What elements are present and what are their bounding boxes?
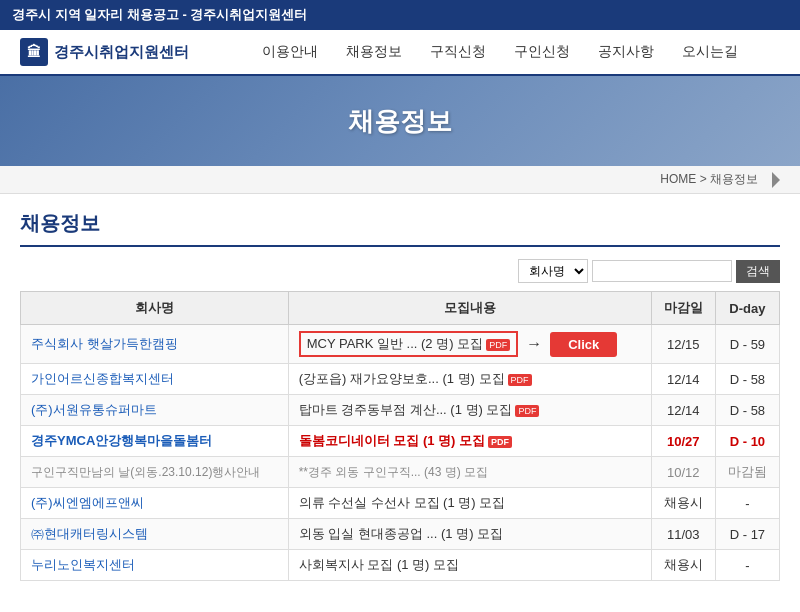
- logo-text: 경주시취업지원센터: [54, 43, 189, 62]
- content-cell: MCY PARK 일반 ... (2 명) 모집PDF→Click: [288, 325, 651, 364]
- table-row: 누리노인복지센터사회복지사 모집 (1 명) 모집채용시-: [21, 550, 780, 581]
- breadcrumb-text: HOME > 채용정보: [660, 171, 758, 188]
- dday-cell: -: [715, 488, 779, 519]
- dday-cell: D - 10: [715, 426, 779, 457]
- deadline-cell: 10/27: [651, 426, 715, 457]
- content-cell: 의류 수선실 수선사 모집 (1 명) 모집: [288, 488, 651, 519]
- hero-title: 채용정보: [348, 104, 452, 139]
- dday-cell: -: [715, 550, 779, 581]
- content-cell: 외동 입실 현대종공업 ... (1 명) 모집: [288, 519, 651, 550]
- table-row: (주)씨엔엠에프앤씨의류 수선실 수선사 모집 (1 명) 모집채용시-: [21, 488, 780, 519]
- deadline-cell: 채용시: [651, 488, 715, 519]
- nav-links: 이용안내 채용정보 구직신청 구인신청 공지사항 오시는길: [219, 43, 780, 61]
- deadline-cell: 11/03: [651, 519, 715, 550]
- dday-cell: D - 17: [715, 519, 779, 550]
- mcy-content-box: MCY PARK 일반 ... (2 명) 모집PDF: [299, 331, 518, 357]
- company-cell[interactable]: 구인구직만남의 날(외동.23.10.12)행사안내: [21, 457, 289, 488]
- breadcrumb-bar: HOME > 채용정보: [0, 166, 800, 194]
- col-deadline: 마감일: [651, 292, 715, 325]
- table-row: 구인구직만남의 날(외동.23.10.12)행사안내**경주 외동 구인구직..…: [21, 457, 780, 488]
- arrow-right-icon: →: [526, 335, 542, 353]
- dday-cell: D - 58: [715, 364, 779, 395]
- dday-cell: 마감됨: [715, 457, 779, 488]
- nav-link-apply[interactable]: 구직신청: [430, 43, 486, 61]
- content-cell: 탑마트 경주동부점 계산... (1 명) 모집PDF: [288, 395, 651, 426]
- nav-link-jobs[interactable]: 채용정보: [346, 43, 402, 61]
- content-cell: (강포읍) 재가요양보호... (1 명) 모집PDF: [288, 364, 651, 395]
- col-company: 회사명: [21, 292, 289, 325]
- table-row: ㈜현대캐터링시스템외동 입실 현대종공업 ... (1 명) 모집11/03D …: [21, 519, 780, 550]
- deadline-cell: 12/15: [651, 325, 715, 364]
- nav-link-info[interactable]: 이용안내: [262, 43, 318, 61]
- col-content: 모집내용: [288, 292, 651, 325]
- dday-cell: D - 59: [715, 325, 779, 364]
- deadline-cell: 채용시: [651, 550, 715, 581]
- search-input[interactable]: [592, 260, 732, 282]
- content-cell: 돌봄코디네이터 모집 (1 명) 모집PDF: [288, 426, 651, 457]
- table-row: 경주YMCA안강행복마을돌봄터돌봄코디네이터 모집 (1 명) 모집PDF10/…: [21, 426, 780, 457]
- dday-cell: D - 58: [715, 395, 779, 426]
- section-title: 채용정보: [20, 210, 780, 247]
- click-button[interactable]: Click: [550, 332, 617, 357]
- company-cell[interactable]: ㈜현대캐터링시스템: [21, 519, 289, 550]
- search-button[interactable]: 검색: [736, 260, 780, 283]
- hero-section: 채용정보: [0, 76, 800, 166]
- company-cell[interactable]: 주식회사 햇살가득한캠핑: [21, 325, 289, 364]
- title-bar: 경주시 지역 일자리 채용공고 - 경주시취업지원센터: [0, 0, 800, 30]
- content-cell: 사회복지사 모집 (1 명) 모집: [288, 550, 651, 581]
- pdf-badge: PDF: [486, 339, 510, 351]
- nav-link-directions[interactable]: 오시는길: [682, 43, 738, 61]
- nav-bar: 🏛 경주시취업지원센터 이용안내 채용정보 구직신청 구인신청 공지사항 오시는…: [0, 30, 800, 76]
- company-cell[interactable]: 경주YMCA안강행복마을돌봄터: [21, 426, 289, 457]
- deadline-cell: 12/14: [651, 364, 715, 395]
- deadline-cell: 10/12: [651, 457, 715, 488]
- deadline-cell: 12/14: [651, 395, 715, 426]
- company-cell[interactable]: 가인어르신종합복지센터: [21, 364, 289, 395]
- table-row: 주식회사 햇살가득한캠핑MCY PARK 일반 ... (2 명) 모집PDF→…: [21, 325, 780, 364]
- pdf-badge: PDF: [515, 405, 539, 417]
- company-cell[interactable]: 누리노인복지센터: [21, 550, 289, 581]
- company-cell[interactable]: (주)서원유통슈퍼마트: [21, 395, 289, 426]
- table-row: 가인어르신종합복지센터(강포읍) 재가요양보호... (1 명) 모집PDF12…: [21, 364, 780, 395]
- nav-logo[interactable]: 🏛 경주시취업지원센터: [20, 38, 189, 66]
- title-bar-text: 경주시 지역 일자리 채용공고 - 경주시취업지원센터: [12, 7, 307, 22]
- nav-link-employer[interactable]: 구인신청: [514, 43, 570, 61]
- job-table: 회사명 모집내용 마감일 D-day 주식회사 햇살가득한캠핑MCY PARK …: [20, 291, 780, 581]
- nav-link-notice[interactable]: 공지사항: [598, 43, 654, 61]
- table-row: (주)서원유통슈퍼마트탑마트 경주동부점 계산... (1 명) 모집PDF12…: [21, 395, 780, 426]
- company-cell[interactable]: (주)씨엔엠에프앤씨: [21, 488, 289, 519]
- pdf-badge: PDF: [508, 374, 532, 386]
- logo-icon: 🏛: [20, 38, 48, 66]
- main-content: 채용정보 회사명 검색 회사명 모집내용 마감일 D-day 주식회사 햇살가득…: [0, 194, 800, 591]
- col-dday: D-day: [715, 292, 779, 325]
- pdf-badge: PDF: [488, 436, 512, 448]
- content-cell: **경주 외동 구인구직... (43 명) 모집: [288, 457, 651, 488]
- search-select[interactable]: 회사명: [518, 259, 588, 283]
- search-bar: 회사명 검색: [20, 259, 780, 283]
- breadcrumb-arrow-icon: [772, 172, 780, 188]
